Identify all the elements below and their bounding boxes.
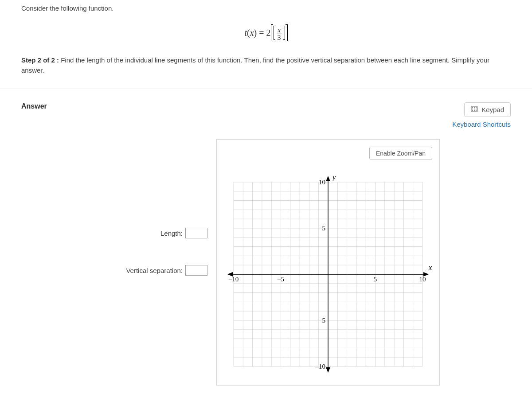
answer-section: Answer: [0, 89, 532, 399]
svg-text:5: 5: [374, 276, 377, 283]
enable-zoom-pan-button[interactable]: Enable Zoom/Pan: [369, 147, 432, 160]
svg-text:–5: –5: [318, 317, 325, 324]
left-bracket-inner-icon: [274, 26, 275, 40]
svg-text:5: 5: [322, 225, 326, 232]
step-label: Step 2 of 2 :: [21, 56, 59, 64]
svg-text:10: 10: [419, 276, 426, 283]
question-prompt: Consider the following function.: [21, 4, 511, 12]
keypad-icon: [471, 105, 478, 114]
keypad-label: Keypad: [481, 106, 504, 113]
svg-text:y: y: [332, 173, 336, 181]
graph-panel: Enable Zoom/Pan –10–5510–10–5510xy: [216, 139, 440, 386]
svg-marker-56: [326, 176, 330, 181]
step-instruction: Step 2 of 2 : Find the length of the ind…: [21, 55, 511, 75]
svg-text:–10: –10: [315, 363, 326, 370]
eq-frac-den: 3: [277, 34, 282, 41]
answer-heading: Answer: [21, 102, 47, 110]
svg-text:–10: –10: [228, 276, 239, 283]
svg-text:–5: –5: [277, 276, 284, 283]
question-section: Consider the following function. t(x) = …: [0, 0, 532, 89]
vsep-input[interactable]: [185, 265, 207, 276]
right-bracket-inner-icon: [283, 26, 285, 40]
length-label: Length:: [160, 230, 183, 237]
keypad-button[interactable]: Keypad: [464, 102, 511, 117]
svg-marker-57: [326, 367, 330, 373]
function-equation: t(x) = 2x3: [21, 25, 511, 42]
step-body: Find the length of the individual line s…: [21, 56, 489, 74]
right-bracket-outer-icon: [286, 24, 288, 41]
left-bracket-outer-icon: [271, 24, 273, 41]
length-input[interactable]: [185, 228, 207, 238]
svg-text:x: x: [428, 264, 432, 271]
vsep-label: Vertical separation:: [126, 267, 183, 274]
eq-frac-num: x: [277, 27, 282, 34]
keyboard-shortcuts-link[interactable]: Keyboard Shortcuts: [452, 121, 511, 128]
eq-var: x: [250, 28, 254, 38]
eq-coef: 2: [266, 28, 271, 38]
coordinate-grid[interactable]: –10–5510–10–5510xy: [224, 172, 432, 376]
svg-text:10: 10: [319, 179, 325, 186]
